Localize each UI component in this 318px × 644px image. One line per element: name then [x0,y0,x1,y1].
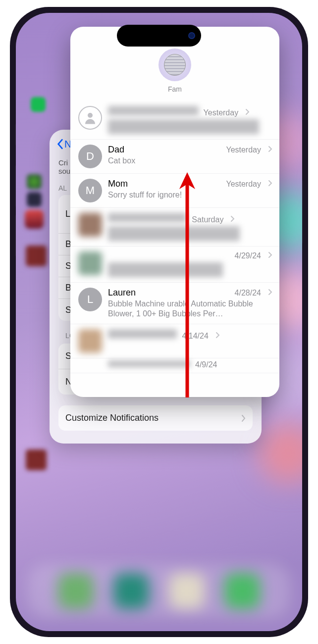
dock-app-icon [224,573,260,609]
redacted-name [108,213,187,222]
conversation-row[interactable]: 4/29/24 [70,247,279,283]
camera-lens [188,32,195,39]
chevron-right-icon [215,332,220,339]
redacted-name [108,329,177,339]
conversation-time: Saturday [192,215,223,224]
person-icon [83,110,98,125]
conversation-time: 4/28/24 [235,289,261,297]
conversation-row[interactable]: L Lauren 4/28/24 Bubble Machine urable A… [70,283,279,324]
chevron-right-icon [268,251,272,258]
svg-point-0 [88,113,93,118]
conversation-list[interactable]: Yesterday D Dad Yesterday [70,101,279,397]
contact-avatar [78,106,102,130]
chevron-right-icon [245,108,250,115]
dock [28,564,290,618]
dock-app-icon [58,573,94,609]
chevron-right-icon [241,414,246,422]
conversation-preview: Sorry stuff for ignore! [108,190,272,200]
app-icon-blur [25,210,44,229]
globe-icon [164,54,186,76]
row-title: Customize Notifications [65,413,159,423]
home-icons-sliver [31,97,52,112]
conversation-row[interactable]: M Mom Yesterday Sorry stuff for ignore! [70,174,279,208]
redacted-preview [108,262,223,277]
conversation-name: Lauren [108,288,230,298]
conversation-time: 4/29/24 [235,251,261,260]
contact-avatar [78,329,102,353]
conversation-preview: Bubble Machine urable Automatic Bubble B… [108,299,272,319]
left-album-covers [26,246,49,470]
conversation-row[interactable]: 4/9/24 [70,358,279,373]
conversation-time: 4/14/24 [182,332,208,341]
redacted-name [108,106,199,115]
dock-app-icon [113,573,149,609]
dock-app-icon [169,573,205,609]
messages-app-card[interactable]: Fam Yesterday [70,27,279,397]
conversation-time: Yesterday [204,108,239,117]
redacted-preview [108,226,240,241]
redacted-preview [108,119,259,134]
conversation-row[interactable]: Saturday [70,208,279,247]
app-icon-blur [27,174,42,189]
customize-notifications-row[interactable]: Customize Notifications [58,405,253,431]
conversation-row[interactable]: Yesterday [70,101,279,140]
redacted-name [108,360,190,367]
group-avatar[interactable] [159,49,191,81]
contact-avatar: M [78,179,102,202]
customize-group: Customize Notifications [58,405,253,431]
chevron-right-icon [268,289,272,296]
dynamic-island [117,25,201,47]
contact-avatar [78,251,102,275]
phone-frame: No Cri sou AL Lo Ba So Ba Sho LOCK SCREE… [10,7,308,637]
chevron-left-icon [56,139,63,149]
contact-avatar [78,213,102,237]
conversation-name: Mom [108,179,221,189]
app-icon-blur [27,192,42,207]
app-icon-blur [31,97,46,112]
contact-avatar: D [78,145,102,168]
group-name: Fam [168,85,182,93]
contact-avatar: L [78,288,102,311]
conversation-row[interactable]: D Dad Yesterday Cat box [70,140,279,174]
chevron-right-icon [268,180,272,187]
conversation-row[interactable]: 4/14/24 [70,324,279,358]
chevron-right-icon [230,215,235,222]
conversation-time: Yesterday [226,180,261,189]
conversation-name: Dad [108,145,221,155]
conversation-time: 4/9/24 [195,360,217,369]
conversation-time: Yesterday [226,146,261,154]
conversation-preview: Cat box [108,156,272,166]
chevron-right-icon [268,146,272,152]
